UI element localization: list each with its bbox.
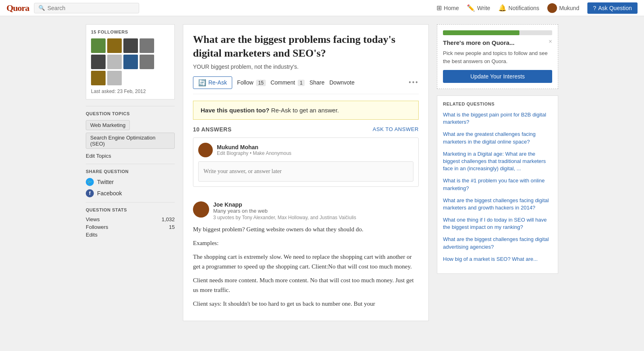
avatar [547, 3, 557, 13]
answers-header: 10 ANSWERS ASK TO ANSWER [193, 126, 419, 133]
related-link-5[interactable]: What one thing if I do today in SEO will… [443, 216, 552, 231]
promo-close-button[interactable]: × [549, 38, 552, 45]
stat-edits: Edits [86, 232, 175, 238]
bell-icon: 🔔 [498, 4, 506, 12]
follower-avatar-10[interactable] [107, 71, 122, 85]
composer-name: Mukund Mohan [217, 144, 291, 150]
nav-home[interactable]: ⊞ Home [436, 4, 459, 12]
reask-button[interactable]: 🔄 Re-Ask [193, 76, 232, 89]
answer-item: Joe Knapp Many years on the web 3 upvote… [193, 195, 419, 309]
ask-to-answer-link[interactable]: ASK TO ANSWER [373, 126, 419, 132]
downvote-link[interactable]: Downvote [329, 79, 354, 86]
comment-count-badge: 1 [298, 80, 305, 86]
topic-tag-1[interactable]: Web Marketing [86, 120, 130, 130]
follower-avatar-2[interactable] [107, 38, 122, 53]
progress-bar-wrap [443, 30, 552, 35]
share-title: SHARE QUESTION [86, 169, 175, 174]
related-link-1[interactable]: What are the greatest challenges facing … [443, 131, 552, 145]
related-link-6[interactable]: What are the biggest challenges facing d… [443, 236, 552, 250]
last-asked: Last asked: 23 Feb, 2012 [91, 89, 169, 94]
related-link-3[interactable]: What is the #1 problem you face with onl… [443, 177, 552, 192]
action-bar: 🔄 Re-Ask Follow 15 Comment 1 Share Downv… [193, 76, 419, 94]
share-section: SHARE QUESTION 🐦 Twitter f Facebook [86, 169, 175, 197]
home-icon: ⊞ [436, 4, 442, 12]
stat-followers-label: Followers [86, 224, 108, 230]
page-wrap: 15 FOLLOWERS Last asked: 23 Feb, 2012 QU… [79, 24, 565, 321]
nav-user-label: Mukund [559, 5, 579, 11]
logo: Quora [6, 3, 29, 13]
follower-avatar-7[interactable] [123, 55, 138, 69]
stat-views: Views 1,032 [86, 216, 175, 222]
search-icon: 🔍 [38, 5, 45, 11]
question-title: What are the biggest problems facing tod… [193, 33, 419, 60]
share-label: Share [309, 79, 324, 86]
answer-avatar [193, 201, 209, 218]
follower-avatar-9[interactable] [91, 71, 106, 85]
upvotes-text: 3 upvotes by Tony Alexander, Max Hollowa… [213, 215, 356, 220]
update-interests-button[interactable]: Update Your Interests [443, 70, 552, 83]
nav-write-label: Write [477, 5, 490, 11]
promo-title: There's more on Quora... [443, 39, 552, 46]
write-icon: ✏️ [467, 4, 475, 12]
answer-author-bio: Many years on the web [213, 208, 356, 214]
nav-notifications[interactable]: 🔔 Notifications [498, 4, 539, 12]
twitter-link[interactable]: 🐦 Twitter [86, 178, 175, 186]
answer-input[interactable] [198, 161, 413, 182]
downvote-label: Downvote [329, 79, 354, 86]
facebook-icon: f [86, 189, 94, 197]
right-sidebar: × There's more on Quora... Pick new peop… [437, 24, 558, 321]
answer-para-3: The shopping cart is extremely slow. We … [193, 252, 419, 271]
progress-bar-fill [443, 30, 519, 35]
main-content: What are the biggest problems facing tod… [183, 24, 429, 321]
followers-section: 15 FOLLOWERS Last asked: 23 Feb, 2012 [86, 24, 175, 99]
promo-desc: Pick new people and topics to follow and… [443, 49, 552, 65]
ask-button-label: Ask Question [598, 5, 632, 11]
avatar-grid [91, 38, 169, 85]
nav-items: ⊞ Home ✏️ Write 🔔 Notifications Mukund ?… [436, 2, 638, 14]
ask-question-button[interactable]: ? Ask Question [587, 2, 638, 14]
follower-avatar-5[interactable] [91, 55, 106, 69]
answer-author-name[interactable]: Joe Knapp [213, 201, 356, 208]
question-subtitle: YOUR biggest problem, not the industry's… [193, 63, 419, 70]
stat-views-label: Views [86, 216, 100, 222]
nav-user[interactable]: Mukund [547, 3, 579, 13]
follower-avatar-4[interactable] [140, 38, 154, 53]
edit-topics-link[interactable]: Edit Topics [86, 153, 175, 159]
related-title: RELATED QUESTIONS [443, 101, 552, 106]
banner-bold: Have this question too? [201, 107, 269, 114]
follower-avatar-8[interactable] [140, 55, 154, 69]
nav-notifications-label: Notifications [508, 5, 539, 11]
composer-bio-links: Edit Biography • Make Anonymous [217, 150, 291, 156]
related-link-4[interactable]: What are the biggest challenges facing d… [443, 197, 552, 211]
more-options-button[interactable]: ••• [409, 78, 419, 87]
answer-composer: Mukund Mohan Edit Biography • Make Anony… [193, 137, 419, 187]
share-link[interactable]: Share [309, 79, 324, 86]
composer-header: Mukund Mohan Edit Biography • Make Anony… [198, 143, 413, 157]
answer-meta: Joe Knapp Many years on the web 3 upvote… [193, 201, 419, 220]
question-mark-icon: ? [593, 5, 596, 11]
follow-count-badge: 15 [256, 80, 265, 86]
related-link-7[interactable]: How big of a market is SEO? What are... [443, 256, 552, 263]
followers-title: 15 FOLLOWERS [91, 30, 169, 34]
related-questions-section: RELATED QUESTIONS What is the biggest pa… [437, 95, 558, 274]
stat-followers: Followers 15 [86, 224, 175, 230]
search-wrap: 🔍 [34, 3, 139, 13]
reask-icon: 🔄 [198, 79, 206, 87]
make-anonymous-link[interactable]: Make Anonymous [253, 150, 291, 156]
follow-link[interactable]: Follow 15 [237, 79, 266, 86]
answer-para-5: Client says: It shouldn't be too hard to… [193, 299, 419, 309]
topic-tag-2[interactable]: Search Engine Optimization (SEO) [86, 133, 175, 149]
comment-link[interactable]: Comment 1 [271, 79, 305, 86]
stat-followers-value: 15 [169, 224, 175, 230]
edit-biography-link[interactable]: Edit Biography [217, 150, 248, 156]
related-link-0[interactable]: What is the biggest pain point for B2B d… [443, 111, 552, 126]
facebook-link[interactable]: f Facebook [86, 189, 175, 197]
related-link-2[interactable]: Marketing in a Digital age: What are the… [443, 150, 552, 173]
follower-avatar-1[interactable] [91, 38, 106, 53]
follower-avatar-6[interactable] [107, 55, 122, 69]
nav-write[interactable]: ✏️ Write [467, 4, 490, 12]
search-input[interactable] [47, 5, 135, 11]
answer-para-2: Examples: [193, 238, 419, 248]
follow-label: Follow [237, 79, 253, 86]
follower-avatar-3[interactable] [123, 38, 138, 53]
